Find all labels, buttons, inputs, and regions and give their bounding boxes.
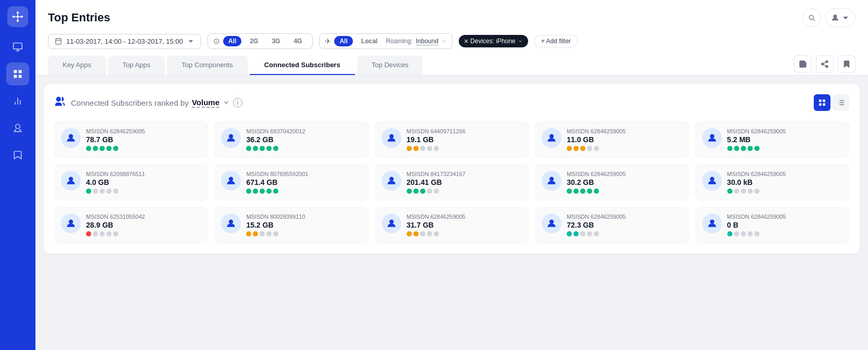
subscriber-card[interactable]: MSISDN 8002839911015.2 GB xyxy=(214,207,368,243)
subscriber-card[interactable]: MSISDN 6440971126619.1 GB xyxy=(375,121,529,158)
subscriber-card[interactable]: MSISDN 628462590050 B xyxy=(695,207,849,243)
dot-green xyxy=(273,146,278,151)
bookmark-tab-button[interactable] xyxy=(838,55,855,73)
subscriber-card[interactable]: MSISDN 6284625900511.0 GB xyxy=(535,121,689,158)
tab-top-devices[interactable]: Top Devices xyxy=(357,56,423,75)
tab-top-components[interactable]: Top Components xyxy=(167,56,247,75)
active-filter-tag[interactable]: × Devices: iPhone xyxy=(459,35,528,47)
subscriber-info: MSISDN 6440971126619.1 GB xyxy=(407,128,522,151)
subscriber-card[interactable]: MSISDN 6284625900530.2 GB xyxy=(535,164,689,201)
svg-rect-9 xyxy=(14,43,22,49)
subscriber-volume: 4.0 GB xyxy=(86,178,201,186)
info-icon[interactable]: i xyxy=(233,98,242,107)
sidebar-item-chart[interactable] xyxy=(6,90,29,113)
dot-green xyxy=(253,189,258,194)
subscriber-avatar xyxy=(542,171,561,191)
tab-top-apps[interactable]: Top Apps xyxy=(108,56,165,75)
person-icon xyxy=(226,218,236,229)
grid-icon xyxy=(818,98,826,107)
filters-row: 11-03-2017, 14:00 - 12-03-2017, 15:00 ⊙ … xyxy=(48,33,855,49)
network-2g-pill[interactable]: 2G xyxy=(244,36,263,46)
svg-point-25 xyxy=(826,60,828,63)
logo-icon xyxy=(11,10,24,23)
header: Top Entries 11-03-2017, 14:00 - 12-03-20… xyxy=(35,0,868,76)
quality-dots xyxy=(246,189,361,194)
subscriber-card[interactable]: MSISDN 6284625900578.7 GB xyxy=(54,121,208,158)
roaming-all-pill[interactable]: All xyxy=(334,36,352,46)
search-button[interactable] xyxy=(802,8,821,27)
dot-green xyxy=(93,146,98,151)
subscriber-card[interactable]: MSISDN 807695592001671.4 GB xyxy=(214,164,368,201)
sidebar-item-bookmark[interactable] xyxy=(6,144,29,167)
inbound-select[interactable]: Inbound xyxy=(416,38,438,45)
list-view-button[interactable] xyxy=(833,94,849,111)
dot-gray xyxy=(754,231,760,236)
ranked-value[interactable]: Volume xyxy=(192,98,219,108)
remove-filter-icon[interactable]: × xyxy=(464,37,468,45)
subscriber-card[interactable]: MSISDN 6284625900572.3 GB xyxy=(535,207,689,243)
network-4g-pill[interactable]: 4G xyxy=(288,36,307,46)
dot-yellow xyxy=(246,231,251,236)
dot-green xyxy=(273,189,278,194)
local-pill[interactable]: Local xyxy=(356,36,383,46)
dot-green xyxy=(86,189,91,194)
dot-green xyxy=(266,189,272,194)
sidebar-logo[interactable] xyxy=(7,6,28,27)
person-icon xyxy=(66,133,76,143)
subscriber-msisdn: MSISDN 62846259005 xyxy=(407,214,522,220)
dot-gray xyxy=(587,146,592,151)
subscriber-card[interactable]: MSISDN 6253105504228.9 GB xyxy=(54,207,208,243)
subscriber-info: MSISDN 6284625900531.7 GB xyxy=(407,214,522,236)
svg-point-0 xyxy=(17,16,19,18)
add-filter-button[interactable]: + Add filter xyxy=(534,35,578,47)
filter-tag-chevron-icon xyxy=(518,39,523,44)
user-menu-button[interactable] xyxy=(825,8,855,27)
svg-rect-15 xyxy=(19,75,22,78)
chevron-down-icon xyxy=(841,14,850,22)
dot-gray xyxy=(106,231,112,236)
subscriber-card[interactable]: MSISDN 6937042001236.2 GB xyxy=(214,121,368,158)
subscriber-volume: 671.4 GB xyxy=(246,178,361,186)
dot-gray xyxy=(434,189,439,194)
quality-dots xyxy=(407,146,522,151)
network-all-pill[interactable]: All xyxy=(223,36,241,46)
subscriber-msisdn: MSISDN 62846259005 xyxy=(727,128,842,134)
svg-rect-13 xyxy=(19,70,22,73)
svg-point-48 xyxy=(389,177,393,181)
dot-gray xyxy=(427,189,432,194)
dot-green xyxy=(413,189,419,194)
network-filter: ⊙ All 2G 3G 4G xyxy=(207,33,313,49)
sidebar-item-badge[interactable] xyxy=(6,117,29,140)
svg-point-53 xyxy=(389,220,393,223)
subscriber-avatar xyxy=(61,171,81,191)
subscriber-info: MSISDN 6284625900578.7 GB xyxy=(86,128,201,151)
grid-view-button[interactable] xyxy=(814,94,830,111)
save-view-button[interactable] xyxy=(794,55,812,73)
view-toggle xyxy=(814,94,849,111)
subscriber-volume: 15.2 GB xyxy=(246,221,361,229)
svg-point-41 xyxy=(69,134,73,138)
svg-point-55 xyxy=(710,220,714,223)
dot-yellow xyxy=(573,146,579,151)
svg-line-29 xyxy=(824,62,826,64)
subscriber-avatar xyxy=(382,214,401,233)
tab-key-apps[interactable]: Key Apps xyxy=(48,56,106,75)
calendar-icon xyxy=(55,38,62,45)
subscriber-info: MSISDN 6284625900511.0 GB xyxy=(567,128,682,151)
tab-connected-subscribers[interactable]: Connected Subscribers xyxy=(250,56,355,75)
subscriber-info: MSISDN 620988765114.0 GB xyxy=(86,171,201,194)
subscriber-card[interactable]: MSISDN 628462590055.2 MB xyxy=(695,121,849,158)
subscriber-msisdn: MSISDN 62846259005 xyxy=(567,128,682,134)
sidebar-item-dashboard[interactable] xyxy=(6,63,29,85)
date-range-filter[interactable]: 11-03-2017, 14:00 - 12-03-2017, 15:00 xyxy=(48,34,201,49)
dot-gray xyxy=(587,231,592,236)
subscriber-card[interactable]: MSISDN 620988765114.0 GB xyxy=(54,164,208,201)
subscriber-volume: 19.1 GB xyxy=(407,135,522,144)
network-3g-pill[interactable]: 3G xyxy=(266,36,285,46)
share-button[interactable] xyxy=(816,55,834,73)
sidebar-item-monitor[interactable] xyxy=(6,35,29,58)
subscriber-card[interactable]: MSISDN 84173234167201.41 GB xyxy=(375,164,529,201)
dot-green xyxy=(260,189,265,194)
subscriber-card[interactable]: MSISDN 6284625900530.0 kB xyxy=(695,164,849,201)
subscriber-card[interactable]: MSISDN 6284625900531.7 GB xyxy=(375,207,529,243)
